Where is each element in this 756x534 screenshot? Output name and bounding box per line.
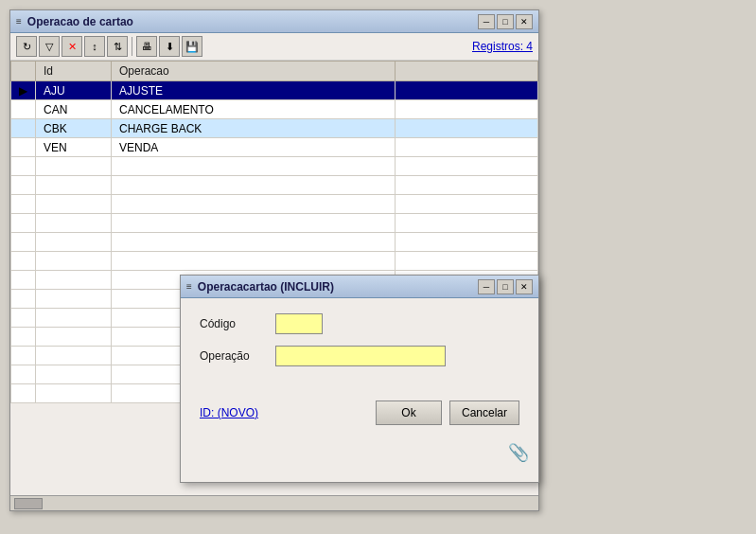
dialog-title-bar: ≡ Operacacartao (INCLUIR) ─ □ ✕ <box>181 276 538 298</box>
row-id-aju: AJU <box>36 81 112 100</box>
cancel-button[interactable]: Cancelar <box>449 400 519 425</box>
row-operacao-aju: AJUSTE <box>112 81 396 100</box>
dialog-window: ≡ Operacacartao (INCLUIR) ─ □ ✕ Código O… <box>180 275 539 483</box>
main-window-controls: ─ □ ✕ <box>478 14 533 29</box>
dialog-controls: ─ □ ✕ <box>478 279 533 294</box>
form-row-codigo: Código <box>200 313 519 334</box>
main-window-menu-icon[interactable]: ≡ <box>16 16 22 27</box>
row-indicator <box>11 100 36 119</box>
table-row-empty <box>11 233 538 252</box>
paperclip-icon: 📎 <box>508 442 529 463</box>
row-extra-ven <box>396 138 538 157</box>
horizontal-scrollbar[interactable] <box>10 495 538 510</box>
row-extra-can <box>396 100 538 119</box>
table-row[interactable]: CAN CANCELAMENTO <box>11 100 538 119</box>
row-id-cbk: CBK <box>36 119 112 138</box>
settings-button[interactable]: ↕ <box>84 36 105 57</box>
operacao-label: Operação <box>200 349 275 363</box>
print-button[interactable]: 🖶 <box>136 36 157 57</box>
row-operacao-cbk: CHARGE BACK <box>112 119 396 138</box>
table-row-empty <box>11 252 538 271</box>
dialog-title: Operacacartao (INCLUIR) <box>198 280 478 294</box>
scrollbar-thumb[interactable] <box>14 498 43 509</box>
main-close-button[interactable]: ✕ <box>516 14 533 29</box>
row-operacao-ven: VENDA <box>112 138 396 157</box>
operacao-input[interactable] <box>275 346 446 366</box>
refresh-button[interactable]: ↻ <box>16 36 37 57</box>
download-button[interactable]: ⬇ <box>159 36 180 57</box>
dialog-body: Código Operação <box>181 298 538 393</box>
row-indicator <box>11 138 36 157</box>
registros-label[interactable]: Registros: 4 <box>472 40 533 53</box>
dialog-minimize-button[interactable]: ─ <box>478 279 495 294</box>
row-extra-cbk <box>396 119 538 138</box>
table-row-empty <box>11 176 538 195</box>
codigo-input[interactable] <box>275 313 323 334</box>
row-id-can: CAN <box>36 100 112 119</box>
form-row-operacao: Operação <box>200 346 519 366</box>
main-window-title: Operacao de cartao <box>27 15 478 28</box>
codigo-label: Código <box>200 317 275 330</box>
toolbar-separator <box>132 37 132 56</box>
col-extra-header <box>396 62 538 81</box>
col-indicator <box>11 62 36 81</box>
row-extra-aju <box>396 81 538 100</box>
save-button[interactable]: 💾 <box>182 36 202 57</box>
row-id-ven: VEN <box>36 138 112 157</box>
table-row-empty <box>11 195 538 214</box>
id-link[interactable]: ID: (NOVO) <box>200 406 258 419</box>
row-indicator: ▶ <box>11 81 36 100</box>
main-minimize-button[interactable]: ─ <box>478 14 495 29</box>
toolbar: ↻ ▽ ✕ ↕ ⇅ 🖶 ⬇ 💾 Registros: 4 <box>10 33 538 61</box>
button-group: Ok Cancelar <box>376 400 519 425</box>
main-title-bar: ≡ Operacao de cartao ─ □ ✕ <box>10 10 538 33</box>
table-row-empty <box>11 157 538 176</box>
dialog-restore-button[interactable]: □ <box>497 279 514 294</box>
delete-button[interactable]: ✕ <box>62 36 82 57</box>
dialog-footer: ID: (NOVO) Ok Cancelar <box>181 393 538 433</box>
table-row[interactable]: ▶ AJU AJUSTE <box>11 81 538 100</box>
main-restore-button[interactable]: □ <box>497 14 514 29</box>
row-indicator <box>11 119 36 138</box>
col-operacao-header[interactable]: Operacao <box>112 62 396 81</box>
ok-button[interactable]: Ok <box>376 400 442 425</box>
dialog-close-button[interactable]: ✕ <box>516 279 533 294</box>
table-row[interactable]: VEN VENDA <box>11 138 538 157</box>
filter-button[interactable]: ▽ <box>39 36 60 57</box>
table-row-empty <box>11 214 538 233</box>
table-row[interactable]: CBK CHARGE BACK <box>11 119 538 138</box>
col-id-header[interactable]: Id <box>36 62 112 81</box>
row-operacao-can: CANCELAMENTO <box>112 100 396 119</box>
dialog-menu-icon[interactable]: ≡ <box>186 281 192 292</box>
sort2-button[interactable]: ⇅ <box>107 36 128 57</box>
